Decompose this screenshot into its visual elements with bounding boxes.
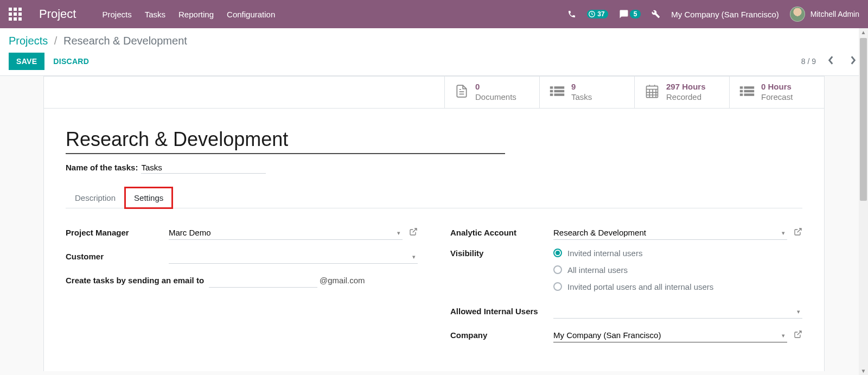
visibility-radio-group: Invited internal users All internal user… [553,249,713,291]
stat-forecast[interactable]: 0 Hours Forecast [729,77,824,108]
visibility-option-invited[interactable]: Invited internal users [553,249,713,258]
scrollbar-thumb[interactable] [860,38,867,201]
tools-icon[interactable] [652,10,660,18]
messages-icon[interactable]: 5 [619,9,641,19]
user-menu[interactable]: Mitchell Admin [790,7,859,22]
svg-rect-2 [550,90,553,92]
scroll-up-icon[interactable]: ▲ [859,29,868,35]
project-manager-input[interactable] [169,226,403,240]
apps-icon[interactable] [9,8,22,21]
svg-rect-8 [740,86,743,88]
radio-icon [553,282,562,291]
name-of-tasks-input[interactable] [141,162,266,174]
settings-panel: Project Manager ▾ Customer ▾ [66,225,802,351]
breadcrumb-current: Research & Development [63,35,187,47]
tab-description[interactable]: Description [66,187,125,208]
user-name: Mitchell Admin [810,10,859,18]
svg-rect-5 [554,90,565,92]
stat-label: Documents [475,92,516,103]
customer-input[interactable] [169,250,418,264]
avatar [790,7,805,22]
email-alias-input[interactable] [209,274,317,288]
company-label: Company [450,330,553,340]
radio-label: Invited portal users and all internal us… [567,282,713,291]
email-suffix: @gmail.com [320,276,365,285]
pager: 8 / 9 [801,54,859,69]
visibility-option-portal[interactable]: Invited portal users and all internal us… [553,282,713,291]
messages-badge: 5 [630,10,641,18]
svg-rect-1 [550,86,553,88]
calendar-icon [644,84,660,100]
stat-documents[interactable]: 0 Documents [444,77,539,108]
radio-icon [553,265,562,274]
svg-rect-12 [744,90,755,92]
stat-tasks[interactable]: 9 Tasks [539,77,634,108]
analytic-account-label: Analytic Account [450,228,553,237]
pager-next-button[interactable] [846,54,859,69]
tasks-icon [550,85,565,99]
stat-recorded[interactable]: 297 Hours Recorded [634,77,729,108]
stat-buttons: 0 Documents 9 Tasks 297 Hours [44,77,824,109]
app-brand[interactable]: Project [39,7,76,21]
breadcrumb: Projects / Research & Development [9,35,859,47]
email-alias-label: Create tasks by sending an email to [66,276,206,285]
radio-icon [553,249,562,257]
discard-button[interactable]: DISCARD [53,57,89,66]
svg-rect-11 [744,86,755,88]
forecast-icon [739,85,755,99]
pager-prev-button[interactable] [825,54,838,69]
scroll-down-icon[interactable]: ▼ [859,368,868,374]
project-manager-label: Project Manager [66,228,169,237]
nav-right: 37 5 My Company (San Francisco) Mitchell… [567,7,859,22]
control-panel: Projects / Research & Development SAVE D… [0,28,868,76]
phone-icon[interactable] [567,10,576,18]
document-icon [455,83,469,101]
company-selector[interactable]: My Company (San Francisco) [671,10,778,19]
svg-rect-13 [744,94,755,96]
name-of-tasks-label: Name of the tasks: [66,163,138,172]
stat-label: Forecast [761,92,793,103]
company-input[interactable] [553,328,787,342]
svg-rect-3 [550,94,553,96]
breadcrumb-sep: / [54,35,58,47]
menu-reporting[interactable]: Reporting [178,10,214,19]
timer-badge: 37 [597,10,604,18]
form-sheet: 0 Documents 9 Tasks 297 Hours [43,76,825,371]
timer-icon[interactable]: 37 [587,10,608,18]
radio-label: Invited internal users [567,249,642,258]
visibility-option-all-internal[interactable]: All internal users [553,265,713,275]
customer-label: Customer [66,252,169,261]
allowed-users-input[interactable] [553,304,802,319]
menu-projects[interactable]: Projects [102,10,131,19]
menu-configuration[interactable]: Configuration [227,10,275,19]
radio-label: All internal users [567,265,628,275]
tab-settings[interactable]: Settings [125,187,173,208]
scrollbar[interactable]: ▲ ▼ [859,28,868,375]
tabs: Description Settings [66,187,802,208]
analytic-account-input[interactable] [553,226,787,240]
svg-rect-6 [554,94,565,96]
stat-label: Recorded [666,92,706,103]
stat-value: 0 [475,82,516,92]
external-link-icon[interactable] [409,227,418,238]
stat-value: 297 Hours [666,82,706,92]
external-link-icon[interactable] [794,330,802,340]
external-link-icon[interactable] [794,227,802,238]
form-scroll[interactable]: 0 Documents 9 Tasks 297 Hours [0,76,868,371]
visibility-label: Visibility [450,249,553,258]
svg-rect-10 [740,94,743,96]
top-navbar: Project Projects Tasks Reporting Configu… [0,0,868,28]
stat-value: 9 [571,82,592,92]
nav-menu: Projects Tasks Reporting Configuration [102,10,567,19]
allowed-users-label: Allowed Internal Users [450,307,553,316]
svg-rect-9 [740,90,743,92]
stat-value: 0 Hours [761,82,793,92]
svg-rect-4 [554,86,565,88]
pager-count: 8 / 9 [801,57,816,66]
menu-tasks[interactable]: Tasks [145,10,165,19]
stat-label: Tasks [571,92,592,103]
save-button[interactable]: SAVE [9,53,44,70]
breadcrumb-root[interactable]: Projects [9,35,48,47]
project-name-input[interactable] [66,125,505,154]
